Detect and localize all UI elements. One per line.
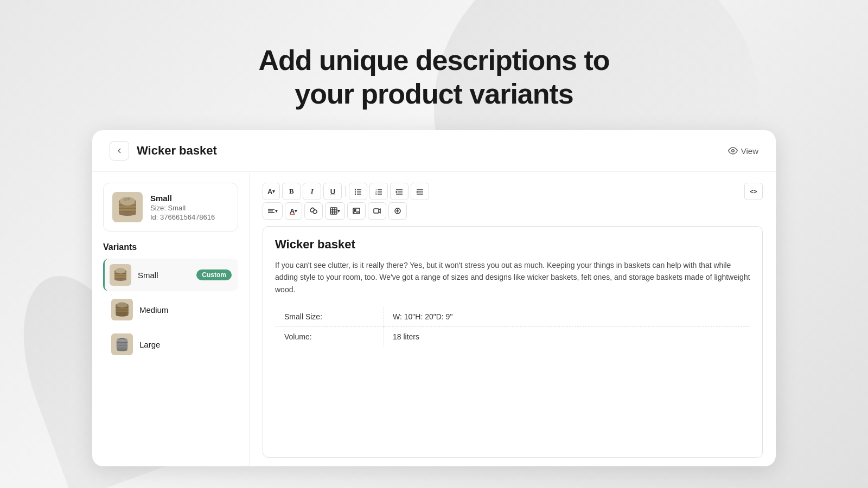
video-button[interactable] xyxy=(368,202,386,220)
svg-rect-58 xyxy=(374,209,379,213)
shape-button[interactable] xyxy=(388,202,407,220)
custom-badge: Custom xyxy=(196,269,232,280)
spec-label-2: Volume: xyxy=(276,327,384,347)
svg-point-34 xyxy=(355,194,356,195)
indent-decrease-button[interactable] xyxy=(390,183,409,200)
medium-basket-icon xyxy=(113,300,131,319)
svg-point-3 xyxy=(119,211,136,216)
editor-title: Wicker basket xyxy=(275,237,750,252)
table-icon xyxy=(330,207,337,215)
editor-toolbar: A ▾ B I U xyxy=(263,183,763,220)
variant-item-medium[interactable]: Medium xyxy=(103,293,238,326)
variant-name-large: Large xyxy=(139,340,232,349)
variant-item-small[interactable]: Small Custom xyxy=(103,259,238,291)
link-button[interactable] xyxy=(304,202,323,220)
left-panel: Small Size: Small Id: 37666156478616 Var… xyxy=(92,172,250,466)
specs-table: Small Size: W: 10"H: 20"D: 9" Volume: 18… xyxy=(275,306,750,347)
toolbar-row-1: A ▾ B I U xyxy=(263,183,763,200)
svg-point-7 xyxy=(120,197,135,206)
editor-content[interactable]: Wicker basket If you can't see clutter, … xyxy=(263,226,763,458)
product-id: Id: 37666156478616 xyxy=(150,213,215,221)
view-button[interactable]: View xyxy=(728,146,758,156)
code-button[interactable]: <> xyxy=(744,183,763,200)
product-info: Small Size: Small Id: 37666156478616 xyxy=(150,194,215,221)
unordered-list-button[interactable] xyxy=(349,183,367,200)
font-style-button[interactable]: A ▾ xyxy=(263,183,280,200)
indent-increase-icon xyxy=(416,188,424,195)
variant-name-small: Small xyxy=(138,271,190,280)
variant-name-medium: Medium xyxy=(139,305,232,314)
small-basket-icon xyxy=(111,266,130,284)
back-button[interactable] xyxy=(110,141,129,160)
variants-list: Small Custom xyxy=(103,259,238,361)
toolbar-sep-1 xyxy=(345,186,346,197)
spec-value-1: W: 10"H: 20"D: 9" xyxy=(384,307,750,327)
unordered-list-icon xyxy=(354,188,362,195)
svg-rect-51 xyxy=(330,208,337,214)
svg-point-16 xyxy=(116,268,126,273)
table-row: Volume: 18 liters xyxy=(276,327,750,347)
color-button[interactable]: A ▾ xyxy=(285,202,302,220)
svg-point-9 xyxy=(127,198,130,201)
variant-image-small xyxy=(110,264,131,286)
ordered-list-button[interactable]: 1. 2. 3. xyxy=(369,183,388,200)
back-arrow-icon xyxy=(115,146,124,155)
view-label: View xyxy=(741,146,758,156)
image-icon xyxy=(353,207,360,215)
card-body: Small Size: Small Id: 37666156478616 Var… xyxy=(92,172,776,466)
basket-icon xyxy=(114,194,141,220)
table-row: Small Size: W: 10"H: 20"D: 9" xyxy=(276,307,750,327)
underline-button[interactable]: U xyxy=(323,183,342,200)
product-size: Size: Small xyxy=(150,204,215,212)
ordered-list-icon: 1. 2. 3. xyxy=(375,188,382,195)
svg-point-30 xyxy=(355,189,356,190)
video-icon xyxy=(373,207,381,215)
link-icon xyxy=(310,207,317,215)
editor-body: If you can't see clutter, is it really t… xyxy=(275,259,750,296)
svg-point-12 xyxy=(114,278,126,281)
spec-value-2: 18 liters xyxy=(384,327,750,347)
product-name: Small xyxy=(150,194,215,203)
variants-section: Variants xyxy=(103,242,238,458)
svg-point-32 xyxy=(355,191,356,192)
table-button[interactable]: ▾ xyxy=(325,202,345,220)
variants-title: Variants xyxy=(103,242,238,252)
svg-point-26 xyxy=(117,349,127,351)
page-heading: Add unique descriptions to your product … xyxy=(0,43,868,111)
heading-text: Add unique descriptions to your product … xyxy=(0,43,868,111)
large-basket-icon xyxy=(113,335,131,354)
image-button[interactable] xyxy=(347,202,366,220)
toolbar-row-2: ▾ A ▾ xyxy=(263,202,763,220)
main-card: Wicker basket View xyxy=(92,130,776,466)
svg-text:3.: 3. xyxy=(375,192,377,195)
variant-image-medium xyxy=(111,299,133,320)
svg-point-19 xyxy=(116,313,129,317)
card-header: Wicker basket View xyxy=(92,130,776,172)
product-image xyxy=(112,192,143,222)
svg-point-23 xyxy=(117,302,127,307)
view-icon xyxy=(728,146,738,156)
svg-point-8 xyxy=(124,198,127,201)
align-button[interactable]: ▾ xyxy=(263,202,283,220)
product-card: Small Size: Small Id: 37666156478616 xyxy=(103,183,238,232)
variant-item-large[interactable]: Large xyxy=(103,328,238,361)
variant-image-large xyxy=(111,333,133,355)
card-title: Wicker basket xyxy=(137,144,217,158)
specs-table-body: Small Size: W: 10"H: 20"D: 9" Volume: 18… xyxy=(276,307,750,347)
bold-button[interactable]: B xyxy=(282,183,301,200)
indent-increase-button[interactable] xyxy=(411,183,429,200)
svg-rect-56 xyxy=(353,208,360,214)
spec-label-1: Small Size: xyxy=(276,307,384,327)
svg-point-0 xyxy=(732,150,735,152)
align-icon xyxy=(267,208,275,214)
italic-button[interactable]: I xyxy=(303,183,321,200)
indent-decrease-icon xyxy=(395,188,403,195)
shape-icon xyxy=(394,207,401,215)
right-panel: A ▾ B I U xyxy=(250,172,776,466)
header-left: Wicker basket xyxy=(110,141,217,160)
